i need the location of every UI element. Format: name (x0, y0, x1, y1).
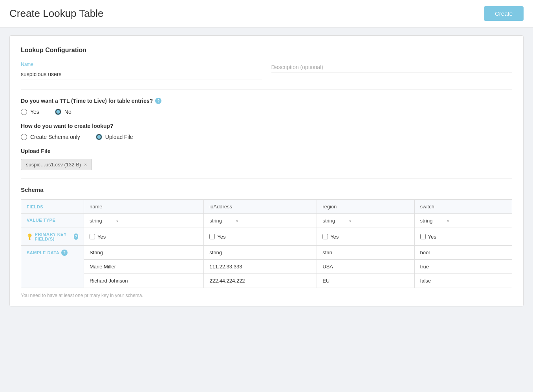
region-type-chevron: ∨ (349, 219, 352, 223)
sample-data-row-header: SAMPLE DATA ? String string strin bool (21, 246, 512, 260)
value-type-name: string number boolean ∨ (84, 214, 204, 228)
ipaddress-type-chevron: ∨ (236, 219, 238, 223)
col-ipaddress: ipAddress (204, 200, 317, 214)
sample-row1-region: strin (317, 246, 414, 260)
ipaddress-pk-checkbox[interactable] (209, 234, 215, 239)
ipaddress-type-select-wrapper: string number boolean ∨ (209, 218, 311, 224)
page-header: Create Lookup Table Create (0, 0, 533, 27)
name-pk-checkbox-row: Yes (90, 234, 198, 240)
switch-type-chevron: ∨ (447, 219, 449, 223)
sample-data-label-cell: SAMPLE DATA ? (21, 246, 84, 288)
value-type-label-cell: VALUE TYPE (21, 214, 84, 228)
validation-message: You need to have at least one primary ke… (21, 293, 512, 298)
schema-only-radio[interactable] (21, 134, 27, 140)
col-name: name (84, 200, 204, 214)
sample-row1-name: String (84, 246, 204, 260)
sample-row1-switch: bool (414, 246, 512, 260)
divider-2 (21, 178, 512, 179)
value-type-switch: string number boolean ∨ (414, 214, 512, 228)
sample-row3-region: EU (317, 274, 414, 288)
name-field-group: Name (21, 62, 262, 80)
value-type-region: string number boolean ∨ (317, 214, 414, 228)
region-pk-checkbox[interactable] (322, 234, 328, 239)
main-content: Lookup Configuration Name Do you want a … (0, 27, 533, 314)
ttl-question: Do you want a TTL (Time to Live) for tab… (21, 98, 512, 104)
ttl-yes-option[interactable]: Yes (21, 109, 39, 115)
ttl-help-icon[interactable]: ? (155, 98, 161, 104)
primary-key-label-cell: 🔑 PRIMARY KEY FIELD(S) ? (21, 228, 84, 246)
uploaded-file-name: suspic…us1.csv (132 B) (26, 162, 81, 168)
remove-file-button[interactable]: × (84, 162, 87, 168)
name-type-select-wrapper: string number boolean ∨ (90, 218, 198, 224)
switch-pk-label: Yes (428, 234, 436, 240)
description-field-group (271, 62, 513, 80)
name-type-chevron: ∨ (116, 219, 119, 223)
create-method-group: How do you want to create lookup? Create… (21, 123, 512, 140)
primary-key-ipaddress: Yes (204, 228, 317, 246)
schema-only-option[interactable]: Create Schema only (21, 134, 80, 140)
uploaded-file-badge: suspic…us1.csv (132 B) × (21, 159, 92, 170)
ttl-no-radio[interactable] (55, 109, 61, 115)
region-pk-label: Yes (330, 234, 339, 240)
sample-row3-name: Richard Johnson (84, 274, 204, 288)
fields-col-label: FIELDS (21, 200, 84, 214)
ttl-no-option[interactable]: No (55, 109, 71, 115)
name-input[interactable] (21, 69, 262, 80)
sample-row2-switch: true (414, 260, 512, 274)
name-pk-checkbox[interactable] (90, 234, 95, 239)
switch-type-select-wrapper: string number boolean ∨ (420, 218, 506, 224)
page-title: Create Lookup Table (9, 7, 103, 20)
name-type-select[interactable]: string number boolean (90, 218, 114, 224)
primary-key-region: Yes (317, 228, 414, 246)
ttl-yes-radio[interactable] (21, 109, 27, 115)
upload-file-label: Upload File (105, 134, 133, 140)
sample-row2-ip: 111.22.33.333 (204, 260, 317, 274)
create-button[interactable]: Create (484, 6, 524, 21)
name-pk-label: Yes (97, 234, 106, 240)
ttl-radio-group: Yes No (21, 109, 512, 115)
sample-row3-ip: 222.44.224.222 (204, 274, 317, 288)
create-method-question: How do you want to create lookup? (21, 123, 512, 129)
region-pk-checkbox-row: Yes (322, 234, 408, 240)
ipaddress-pk-label: Yes (217, 234, 225, 240)
primary-key-name: Yes (84, 228, 204, 246)
primary-key-help-icon[interactable]: ? (74, 233, 78, 240)
ttl-no-label: No (64, 109, 71, 115)
schema-table: FIELDS name ipAddress region switch VALU… (21, 199, 512, 288)
value-type-ipaddress: string number boolean ∨ (204, 214, 317, 228)
ipaddress-pk-checkbox-row: Yes (209, 234, 311, 240)
ttl-group: Do you want a TTL (Time to Live) for tab… (21, 98, 512, 115)
region-type-select[interactable]: string number boolean (322, 218, 347, 224)
sample-data-row-2: Marie Miller 111.22.33.333 USA true (21, 260, 512, 274)
upload-file-radio[interactable] (96, 134, 102, 140)
primary-key-row: 🔑 PRIMARY KEY FIELD(S) ? Yes (21, 228, 512, 246)
ipaddress-type-select[interactable]: string number boolean (209, 218, 234, 224)
description-input[interactable] (271, 62, 513, 73)
schema-only-label: Create Schema only (30, 134, 80, 140)
upload-file-option[interactable]: Upload File (96, 134, 133, 140)
table-header-row: FIELDS name ipAddress region switch (21, 200, 512, 214)
col-region: region (317, 200, 414, 214)
sample-row2-region: USA (317, 260, 414, 274)
sample-data-label: SAMPLE DATA ? (27, 250, 78, 256)
key-icon: 🔑 (26, 233, 34, 241)
sample-data-help-icon[interactable]: ? (61, 250, 68, 256)
config-card: Lookup Configuration Name Do you want a … (9, 35, 524, 306)
sample-data-row-3: Richard Johnson 222.44.224.222 EU false (21, 274, 512, 288)
schema-title: Schema (21, 186, 512, 193)
upload-file-section-label: Upload File (21, 148, 512, 154)
sample-row1-ip: string (204, 246, 317, 260)
name-description-row: Name (21, 62, 512, 80)
upload-section: Upload File suspic…us1.csv (132 B) × (21, 148, 512, 170)
primary-key-label: 🔑 PRIMARY KEY FIELD(S) ? (27, 232, 78, 241)
schema-section: Schema FIELDS name ipAddress region swit… (21, 186, 512, 298)
create-method-radio-group: Create Schema only Upload File (21, 134, 512, 140)
primary-key-switch: Yes (414, 228, 512, 246)
value-type-row: VALUE TYPE string number boolean ∨ (21, 214, 512, 228)
switch-pk-checkbox-row: Yes (420, 234, 506, 240)
switch-pk-checkbox[interactable] (420, 234, 426, 239)
switch-type-select[interactable]: string number boolean (420, 218, 445, 224)
sample-row3-switch: false (414, 274, 512, 288)
section-title: Lookup Configuration (21, 47, 512, 54)
sample-row2-name: Marie Miller (84, 260, 204, 274)
